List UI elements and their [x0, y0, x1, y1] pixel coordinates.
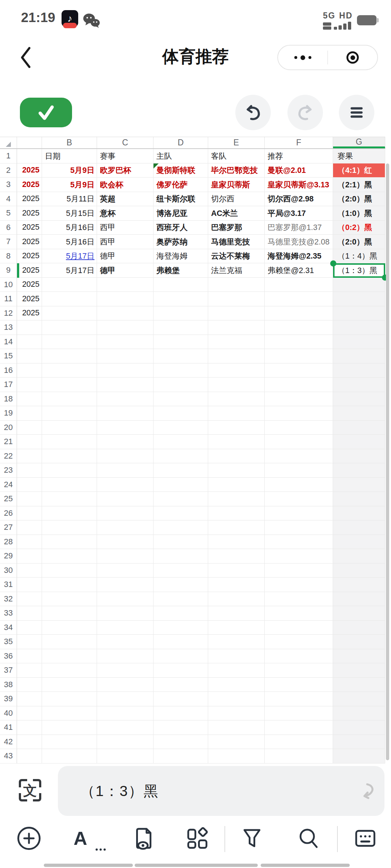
cell-A10[interactable]: 2025	[17, 278, 42, 292]
cell-B3[interactable]: 5月9日	[42, 178, 97, 192]
cell-C38[interactable]	[97, 678, 154, 692]
cell-A40[interactable]	[17, 706, 42, 721]
cell-C1[interactable]: 赛事	[97, 149, 154, 163]
cell-E31[interactable]	[208, 578, 265, 592]
cell-C4[interactable]: 英超	[97, 192, 154, 207]
cell-G43[interactable]	[333, 749, 385, 763]
cell-C22[interactable]	[97, 449, 154, 464]
cell-D1[interactable]: 主队	[154, 149, 208, 163]
cell-B36[interactable]	[42, 649, 97, 664]
row-header-31[interactable]: 31	[0, 578, 17, 592]
cell-D5[interactable]: 博洛尼亚	[154, 206, 208, 221]
row-header-33[interactable]: 33	[0, 606, 17, 621]
cell-B23[interactable]	[42, 463, 97, 478]
row-header-25[interactable]: 25	[0, 492, 17, 506]
cell-D18[interactable]	[154, 392, 208, 407]
cell-B34[interactable]	[42, 621, 97, 635]
column-header-C[interactable]: C	[97, 137, 154, 148]
cell-E35[interactable]	[208, 635, 265, 649]
cell-D15[interactable]	[154, 349, 208, 363]
cell-E1[interactable]: 客队	[208, 149, 265, 163]
cell-D21[interactable]	[154, 435, 208, 449]
cell-G31[interactable]	[333, 578, 385, 592]
cell-G28[interactable]	[333, 535, 385, 549]
cell-A41[interactable]	[17, 720, 42, 735]
cell-G29[interactable]	[333, 549, 385, 563]
column-header-A[interactable]	[17, 137, 42, 148]
cell-E11[interactable]	[208, 292, 265, 306]
cell-B2[interactable]: 5月9日	[42, 163, 97, 178]
cell-C24[interactable]	[97, 478, 154, 492]
row-header-30[interactable]: 30	[0, 563, 17, 578]
cell-A43[interactable]	[17, 749, 42, 763]
cell-B6[interactable]: 5月16日	[42, 221, 97, 235]
cell-B5[interactable]: 5月15日	[42, 206, 97, 221]
add-button[interactable]	[16, 825, 42, 851]
cell-D12[interactable]	[154, 306, 208, 321]
cell-A36[interactable]	[17, 649, 42, 664]
cell-B22[interactable]	[42, 449, 97, 464]
cell-G23[interactable]	[333, 463, 385, 478]
cell-C32[interactable]	[97, 592, 154, 607]
row-header-16[interactable]: 16	[0, 363, 17, 378]
cell-C35[interactable]	[97, 635, 154, 649]
cell-B19[interactable]	[42, 406, 97, 421]
row-header-38[interactable]: 38	[0, 678, 17, 692]
cell-C41[interactable]	[97, 720, 154, 735]
cell-G10[interactable]	[333, 278, 385, 292]
cell-E43[interactable]	[208, 749, 265, 763]
row-header-9[interactable]: 9	[0, 263, 17, 278]
cell-G27[interactable]	[333, 520, 385, 535]
cell-A5[interactable]: 2025	[17, 206, 42, 221]
cell-C3[interactable]: 欧会杯	[97, 178, 154, 192]
enter-return-icon[interactable]	[357, 782, 376, 800]
cell-C25[interactable]	[97, 492, 154, 506]
cell-F6[interactable]: 巴塞罗那@1.37	[265, 221, 333, 235]
cell-C33[interactable]	[97, 606, 154, 621]
cell-A11[interactable]: 2025	[17, 292, 42, 306]
cell-E4[interactable]: 切尔西	[208, 192, 265, 207]
cell-B21[interactable]	[42, 435, 97, 449]
cell-B4[interactable]: 5月11日	[42, 192, 97, 207]
cell-F17[interactable]	[265, 378, 333, 392]
cell-E21[interactable]	[208, 435, 265, 449]
cell-B1[interactable]: 日期	[42, 149, 97, 163]
row-header-14[interactable]: 14	[0, 335, 17, 349]
cell-D11[interactable]	[154, 292, 208, 306]
cell-F9[interactable]: 弗赖堡@2.31	[265, 263, 333, 278]
cell-B32[interactable]	[42, 592, 97, 607]
row-header-2[interactable]: 2	[0, 163, 17, 178]
cell-A39[interactable]	[17, 692, 42, 706]
cell-F30[interactable]	[265, 563, 333, 578]
cell-G5[interactable]: （1:0）黑	[333, 206, 385, 221]
cell-E14[interactable]	[208, 335, 265, 349]
cell-G18[interactable]	[333, 392, 385, 407]
row-header-12[interactable]: 12	[0, 306, 17, 321]
cell-D22[interactable]	[154, 449, 208, 464]
cell-E42[interactable]	[208, 735, 265, 749]
cell-D25[interactable]	[154, 492, 208, 506]
cell-B20[interactable]	[42, 421, 97, 435]
cell-G33[interactable]	[333, 606, 385, 621]
row-header-17[interactable]: 17	[0, 378, 17, 392]
cell-A32[interactable]	[17, 592, 42, 607]
cell-B13[interactable]	[42, 320, 97, 335]
cell-B41[interactable]	[42, 720, 97, 735]
cell-E20[interactable]	[208, 421, 265, 435]
cell-B27[interactable]	[42, 520, 97, 535]
cell-E12[interactable]	[208, 306, 265, 321]
cell-F10[interactable]	[265, 278, 333, 292]
cell-D20[interactable]	[154, 421, 208, 435]
cell-editor-input[interactable]: （1：3）黑	[58, 766, 384, 816]
cell-F19[interactable]	[265, 406, 333, 421]
cell-C19[interactable]	[97, 406, 154, 421]
cell-G15[interactable]	[333, 349, 385, 363]
cell-B37[interactable]	[42, 663, 97, 678]
row-header-40[interactable]: 40	[0, 706, 17, 721]
cell-D23[interactable]	[154, 463, 208, 478]
cell-A18[interactable]	[17, 392, 42, 407]
row-header-27[interactable]: 27	[0, 520, 17, 535]
cell-B12[interactable]	[42, 306, 97, 321]
cell-G41[interactable]	[333, 720, 385, 735]
row-header-32[interactable]: 32	[0, 592, 17, 607]
